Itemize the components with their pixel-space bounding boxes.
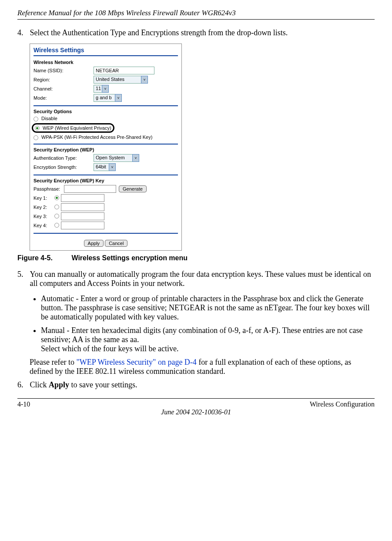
opt-wpa-label: WPA-PSK (Wi-Fi Protected Access Pre-Shar… [41,134,152,140]
figure-caption: Figure 4-5. Wireless Settings encryption… [17,254,375,262]
bullet-manual-text: Manual - Enter ten hexadecimal digits (a… [41,326,362,344]
chevron-down-icon[interactable]: v [102,85,109,93]
step-4: 4. Select the Authentication Type and En… [17,28,375,37]
wep-security-link[interactable]: "WEP Wireless Security" on page D-4 [76,358,196,366]
step-6-pre: Click [30,380,49,389]
section-security-options: Security Options [34,109,178,114]
radio-key2[interactable] [54,205,59,209]
opt-disable-label: Disable [41,116,57,121]
radio-key1[interactable] [54,195,59,200]
ui-rule [34,175,178,175]
section-security-enc-key: Security Encryption (WEP) Key [34,178,178,183]
bullet-manual: Manual - Enter ten hexadecimal digits (a… [41,326,375,353]
chevron-down-icon[interactable]: v [132,154,139,162]
step-6-apply: Apply [49,380,69,389]
key2-input[interactable] [61,203,104,211]
step-6: 6. Click Apply to save your settings. [17,380,375,390]
chevron-down-icon[interactable]: v [115,94,122,102]
radio-disable[interactable] [34,117,38,121]
radio-wpa[interactable] [34,135,38,140]
header-rule [17,19,375,20]
step-5-num: 5. [17,270,28,279]
ssid-label: Name (SSID): [34,68,94,73]
mode-label: Mode: [34,95,94,101]
apply-button[interactable]: Apply [84,240,104,247]
step-6-text: Click Apply to save your settings. [30,380,374,390]
opt-disable-row[interactable]: Disable [34,116,178,121]
panel-title: Wireless Settings [30,44,181,55]
key1-label: Key 1: [34,195,54,201]
radio-key4[interactable] [54,223,59,228]
section-wireless-network: Wireless Network [34,60,178,65]
ui-rule [34,144,178,144]
region-select[interactable]: United States [94,76,141,84]
wep-highlight: WEP (Wired Equivalent Privacy) [32,123,114,133]
key3-label: Key 3: [34,214,54,219]
mode-select[interactable]: g and b [94,94,115,102]
manual-title: Reference Manual for the 108 Mbps Wirele… [17,9,375,17]
passphrase-input[interactable] [64,185,116,193]
ui-rule [34,55,178,56]
radio-key3[interactable] [54,214,59,218]
bullet-automatic: Automatic - Enter a word or group of pri… [41,294,375,322]
auth-type-label: Authentication Type: [34,155,94,161]
key4-input[interactable] [61,222,104,229]
step-6-num: 6. [17,380,28,390]
figure-title: Wireless Settings encryption menu [71,254,188,262]
passphrase-label: Passphrase: [34,186,64,192]
generate-button[interactable]: Generate [119,185,147,192]
key2-label: Key 2: [34,205,54,210]
cancel-button[interactable]: Cancel [105,240,127,247]
channel-label: Channel: [34,86,94,91]
ui-screenshot: Wireless Settings Wireless Network Name … [30,44,375,251]
enc-strength-label: Encryption Strength: [34,165,94,170]
step-5-text: You can manually or automatically progra… [30,270,374,288]
key1-input[interactable] [61,194,104,202]
section-security-enc: Security Encryption (WEP) [34,147,178,152]
auth-type-select[interactable]: Open System [94,154,133,162]
enc-strength-select[interactable]: 64bit [94,163,109,171]
footer-section: Wireless Configuration [310,400,375,408]
key4-label: Key 4: [34,223,54,228]
figure-number: Figure 4-5. [17,254,70,262]
key3-input[interactable] [61,212,104,220]
step-6-post: to save your settings. [69,380,137,389]
wireless-settings-panel: Wireless Settings Wireless Network Name … [30,44,182,251]
ui-rule [34,233,178,234]
channel-select[interactable]: 11 [94,85,102,93]
chevron-down-icon[interactable]: v [109,163,116,171]
chevron-down-icon[interactable]: v [141,76,148,84]
step-5-ref: Please refer to "WEP Wireless Security" … [30,358,375,376]
region-label: Region: [34,77,94,82]
footer: 4-10 Wireless Configuration [17,398,375,408]
bullet-manual-text2: Select which of the four keys will be ac… [41,344,178,353]
ref-pre: Please refer to [30,358,76,366]
opt-wpa-row[interactable]: WPA-PSK (Wi-Fi Protected Access Pre-Shar… [34,134,178,140]
ui-rule [34,105,178,106]
step-5-bullets: Automatic - Enter a word or group of pri… [41,294,375,353]
step-4-num: 4. [17,28,28,37]
footer-date: June 2004 202-10036-01 [17,408,375,416]
footer-page: 4-10 [17,400,30,408]
step-4-text: Select the Authentication Type and Encry… [30,28,374,37]
opt-wep-label: WEP (Wired Equivalent Privacy) [43,125,111,131]
ssid-input[interactable] [94,67,154,74]
step-5: 5. You can manually or automatically pro… [17,270,375,288]
radio-wep[interactable] [35,126,40,131]
